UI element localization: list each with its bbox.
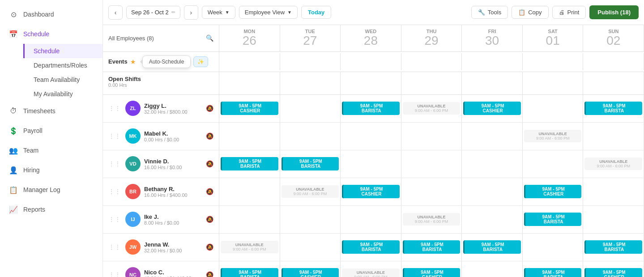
- sidebar-item-schedule[interactable]: 📅 Schedule: [0, 24, 102, 44]
- shift-block[interactable]: 9AM - 5PM BARISTA: [463, 240, 521, 254]
- shift-cell-3[interactable]: 9AM - 5PM CASHIER: [401, 261, 462, 277]
- shift-cell-6[interactable]: [583, 123, 644, 150]
- shift-cell-0[interactable]: 9AM - 5PM BARISTA: [219, 150, 280, 178]
- shift-cell-3[interactable]: UNAVAILABLE 9:00 AM - 6:00 PM: [401, 95, 462, 122]
- shift-cell-6[interactable]: [583, 206, 644, 233]
- shift-cell-1[interactable]: UNAVAILABLE 9:00 AM - 6:00 PM: [280, 178, 341, 205]
- drag-handle[interactable]: ⋮⋮: [108, 160, 121, 167]
- shift-cell-5[interactable]: [523, 150, 584, 178]
- shift-cell-0[interactable]: [219, 123, 280, 150]
- shift-cell-2[interactable]: [341, 123, 401, 150]
- shift-block[interactable]: 9AM - 5PM BARISTA: [221, 268, 278, 277]
- shift-block[interactable]: 9AM - 5PM BARISTA: [342, 240, 400, 254]
- sidebar-item-timesheets[interactable]: ⏱ Timesheets: [0, 101, 102, 121]
- today-button[interactable]: Today: [301, 6, 331, 19]
- drag-handle[interactable]: ⋮⋮: [108, 105, 121, 112]
- copy-button[interactable]: 📋 Copy: [512, 6, 548, 19]
- shift-cell-1[interactable]: [280, 123, 341, 150]
- shift-block[interactable]: 9AM - 5PM BARISTA: [221, 157, 278, 170]
- drag-handle[interactable]: ⋮⋮: [108, 271, 121, 277]
- shift-cell-0[interactable]: 9AM - 5PM BARISTA: [219, 261, 280, 277]
- shift-cell-6[interactable]: 9AM - 5PM CASHIER: [583, 261, 644, 277]
- shift-cell-4[interactable]: [462, 123, 523, 150]
- shift-cell-6[interactable]: 9AM - 5PM BARISTA: [583, 234, 644, 261]
- shift-block[interactable]: 9AM - 5PM BARISTA: [403, 240, 461, 254]
- shift-cell-2[interactable]: [341, 206, 401, 233]
- next-week-button[interactable]: ›: [184, 5, 198, 20]
- shift-cell-6[interactable]: UNAVAILABLE 9:00 AM - 6:00 PM: [583, 150, 644, 178]
- shift-cell-5[interactable]: 9AM - 5PM BARISTA: [523, 261, 584, 277]
- shift-cell-1[interactable]: [280, 234, 341, 261]
- shift-cell-2[interactable]: [341, 150, 401, 178]
- tools-button[interactable]: 🔧 Tools: [471, 6, 508, 19]
- shift-block[interactable]: 9AM - 5PM BARISTA: [584, 240, 642, 254]
- drag-handle[interactable]: ⋮⋮: [108, 132, 121, 140]
- sidebar-sub-item-departments[interactable]: Departments/Roles: [23, 58, 102, 72]
- shift-cell-2[interactable]: 9AM - 5PM BARISTA: [341, 95, 401, 122]
- sidebar-sub-item-my-availability[interactable]: My Availability: [23, 87, 102, 101]
- shift-cell-0[interactable]: [219, 206, 280, 233]
- shift-cell-5[interactable]: 9AM - 5PM BARISTA: [523, 206, 584, 233]
- drag-handle[interactable]: ⋮⋮: [108, 243, 121, 251]
- shift-cell-5[interactable]: 9AM - 5PM CASHIER: [523, 178, 584, 205]
- shift-cell-6[interactable]: 9AM - 5PM BARISTA: [583, 95, 644, 122]
- shift-cell-0[interactable]: [219, 178, 280, 205]
- sidebar-sub-item-schedule[interactable]: Schedule: [23, 44, 102, 58]
- shift-block[interactable]: 9AM - 5PM CASHIER: [221, 102, 278, 115]
- shift-role: BARISTA: [589, 108, 640, 113]
- sidebar-item-payroll[interactable]: 💲 Payroll: [0, 121, 102, 141]
- shift-cell-1[interactable]: [280, 95, 341, 122]
- shift-cell-3[interactable]: [401, 178, 462, 205]
- shift-cell-1[interactable]: 9AM - 5PM CASHIER: [280, 261, 341, 277]
- drag-handle[interactable]: ⋮⋮: [108, 216, 121, 223]
- date-range-selector[interactable]: Sep 26 - Oct 2 ✏: [126, 6, 180, 19]
- shift-cell-5[interactable]: [523, 234, 584, 261]
- shift-cell-4[interactable]: [462, 206, 523, 233]
- shift-cell-5[interactable]: UNAVAILABLE 9:00 AM - 6:00 PM: [523, 123, 584, 150]
- shift-cell-2[interactable]: UNAVAILABLE 9:00 AM - 6:00 PM: [341, 261, 401, 277]
- shift-cell-4[interactable]: 9AM - 5PM CASHIER: [462, 95, 523, 122]
- week-selector[interactable]: Week ▼: [202, 6, 235, 19]
- sidebar-item-team[interactable]: 👥 Team: [0, 141, 102, 160]
- shift-cell-3[interactable]: UNAVAILABLE 9:00 AM - 6:00 PM: [401, 206, 462, 233]
- sidebar-item-reports[interactable]: 📈 Reports: [0, 200, 102, 219]
- publish-button[interactable]: Publish (18): [589, 5, 639, 19]
- drag-handle[interactable]: ⋮⋮: [108, 188, 121, 195]
- shift-block[interactable]: 9AM - 5PM BARISTA: [281, 157, 339, 170]
- shift-block[interactable]: 9AM - 5PM BARISTA: [524, 268, 582, 277]
- shift-cell-4[interactable]: [462, 150, 523, 178]
- shift-cell-1[interactable]: 9AM - 5PM BARISTA: [280, 150, 341, 178]
- sidebar-item-dashboard[interactable]: ⊙ Dashboard: [0, 4, 102, 24]
- shift-block[interactable]: 9AM - 5PM BARISTA: [342, 102, 400, 115]
- sidebar-item-manager-log[interactable]: 📋 Manager Log: [0, 180, 102, 200]
- auto-schedule-button[interactable]: ✨: [193, 56, 208, 67]
- employee-view-selector[interactable]: Employee View ▼: [239, 6, 298, 19]
- search-icon[interactable]: 🔍: [206, 34, 213, 42]
- shift-cell-0[interactable]: UNAVAILABLE 9:00 AM - 6:00 PM: [219, 234, 280, 261]
- shift-block[interactable]: 9AM - 5PM CASHIER: [524, 185, 582, 198]
- shift-cell-6[interactable]: [583, 178, 644, 205]
- print-button[interactable]: 🖨 Print: [552, 6, 586, 19]
- shift-block[interactable]: 9AM - 5PM CASHIER: [403, 268, 461, 277]
- shift-cell-3[interactable]: [401, 150, 462, 178]
- shift-block[interactable]: 9AM - 5PM CASHIER: [463, 102, 521, 115]
- prev-week-button[interactable]: ‹: [108, 5, 123, 20]
- shift-cell-2[interactable]: 9AM - 5PM CASHIER: [341, 178, 401, 205]
- sidebar-sub-item-team-availability[interactable]: Team Availability: [23, 72, 102, 87]
- shift-block[interactable]: 9AM - 5PM CASHIER: [281, 268, 339, 277]
- shift-block[interactable]: 9AM - 5PM BARISTA: [584, 102, 642, 115]
- shift-cell-5[interactable]: [523, 95, 584, 122]
- shift-cell-4[interactable]: 9AM - 5PM BARISTA: [462, 234, 523, 261]
- shift-cell-0[interactable]: 9AM - 5PM CASHIER: [219, 95, 280, 122]
- shift-cell-2[interactable]: 9AM - 5PM BARISTA: [341, 234, 401, 261]
- shift-block[interactable]: 9AM - 5PM CASHIER: [342, 185, 400, 198]
- shift-cell-4[interactable]: [462, 261, 523, 277]
- shift-block[interactable]: 9AM - 5PM CASHIER: [584, 268, 642, 277]
- sidebar-item-hiring[interactable]: 👤 Hiring: [0, 160, 102, 180]
- shift-cell-4[interactable]: [462, 178, 523, 205]
- shift-cell-3[interactable]: 9AM - 5PM BARISTA: [401, 234, 462, 261]
- shift-block[interactable]: 9AM - 5PM BARISTA: [524, 213, 582, 226]
- shift-cell-1[interactable]: [280, 206, 341, 233]
- events-cell-thu: [401, 53, 462, 70]
- shift-cell-3[interactable]: [401, 123, 462, 150]
